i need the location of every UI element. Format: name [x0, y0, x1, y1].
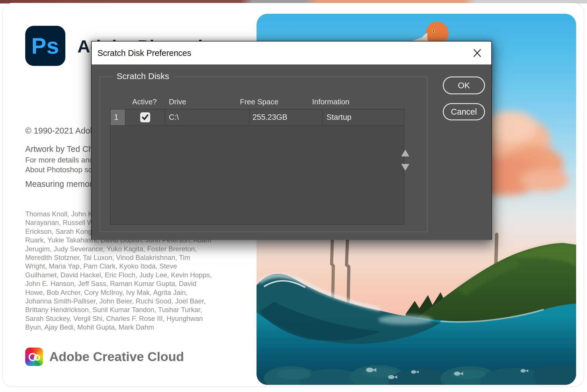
- photoshop-logo-text: Ps: [31, 33, 59, 59]
- credits-line: Sarah Stuckey, Vergil Shi, Charles F. Ro…: [25, 314, 212, 323]
- credits-line: Jerugim, Judy Severance, Yuko Kagita, Fo…: [25, 245, 212, 253]
- active-cell: [126, 109, 165, 125]
- screen: Ps Adobe Photoshop © 1990-2021 Adobe. Al…: [0, 0, 587, 392]
- creative-cloud-footer: Adobe Creative Cloud: [25, 348, 184, 366]
- credits-line: Johanna Smith-Palliser, John Beier, Ruch…: [25, 297, 212, 305]
- active-checkbox[interactable]: [140, 112, 150, 122]
- row-number-cell: 1: [111, 109, 126, 125]
- scratch-disk-preferences-dialog: Scratch Disk Preferences Scratch Disks A…: [91, 41, 492, 240]
- creative-cloud-label: Adobe Creative Cloud: [49, 349, 184, 364]
- credits-line: John E. Hanson, Jeff Sass, Raman Kumar G…: [25, 279, 212, 288]
- table-row[interactable]: 1 C:\ 255.23GB Startup: [111, 109, 404, 126]
- ok-button[interactable]: OK: [443, 77, 485, 94]
- credits-line: Guilhamet, David Hackel, Eric Floch, Jud…: [25, 271, 212, 279]
- credits-line: Meredith Stotzner, Tai Luxon, Vinod Bala…: [25, 253, 212, 262]
- free-space-cell: 255.23GB: [250, 109, 323, 125]
- credits-line: Byun, Ajay Bedi, Mohit Gupta, Mark Dahm: [25, 323, 212, 332]
- move-down-arrow-icon[interactable]: [401, 164, 409, 171]
- column-header-drive: Drive: [169, 97, 186, 106]
- column-header-free-space: Free Space: [240, 97, 278, 106]
- credits-line: Brittany Hendrickson, Sunil Kumar Tandon…: [25, 305, 212, 314]
- cancel-button[interactable]: Cancel: [443, 103, 485, 120]
- artwork-credit-text: Artwork by Ted Chin: [25, 144, 99, 154]
- information-cell: Startup: [323, 109, 404, 125]
- scratch-disks-group-label: Scratch Disks: [112, 71, 174, 81]
- photoshop-logo: Ps: [25, 26, 65, 66]
- dialog-body: Scratch Disks Active? Drive Free Space I…: [92, 64, 491, 240]
- credits-line: Wright, Maria Yap, Pam Clark, Kyoko Itod…: [25, 262, 212, 271]
- drive-cell: C:\: [165, 109, 250, 125]
- dialog-title: Scratch Disk Preferences: [97, 42, 191, 64]
- column-header-active: Active?: [129, 97, 160, 106]
- scratch-disk-list[interactable]: 1 C:\ 255.23GB Startup: [110, 109, 404, 225]
- credits-line: Howe, Bob Archer, Cory McIlroy, Ivy Mak,…: [25, 288, 212, 297]
- scratch-disks-group: Scratch Disks Active? Drive Free Space I…: [99, 77, 428, 232]
- column-header-information: Information: [312, 97, 349, 106]
- dialog-titlebar[interactable]: Scratch Disk Preferences: [92, 42, 491, 64]
- close-icon[interactable]: [472, 48, 482, 58]
- creative-cloud-icon: [25, 348, 43, 366]
- move-up-arrow-icon[interactable]: [401, 150, 409, 156]
